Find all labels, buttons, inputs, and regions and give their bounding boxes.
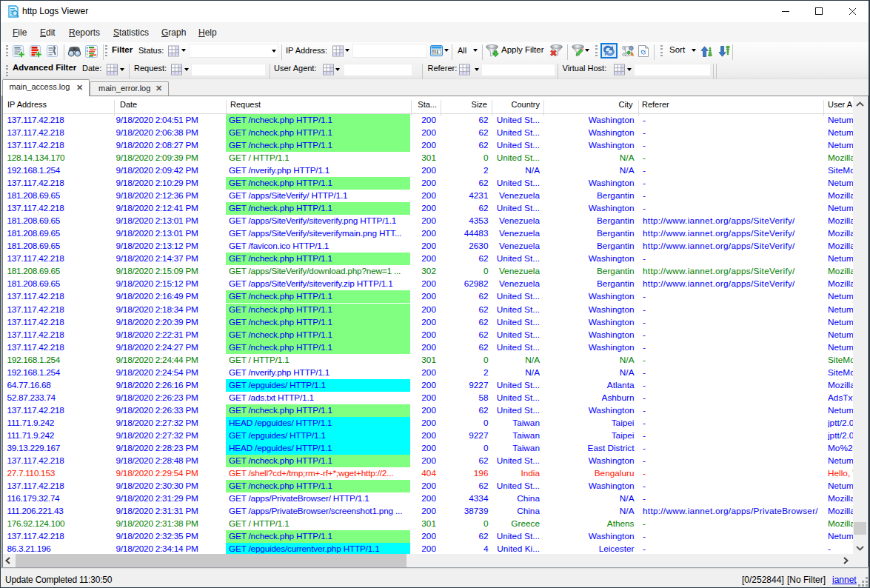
svg-text:58+: 58+ — [432, 50, 438, 54]
